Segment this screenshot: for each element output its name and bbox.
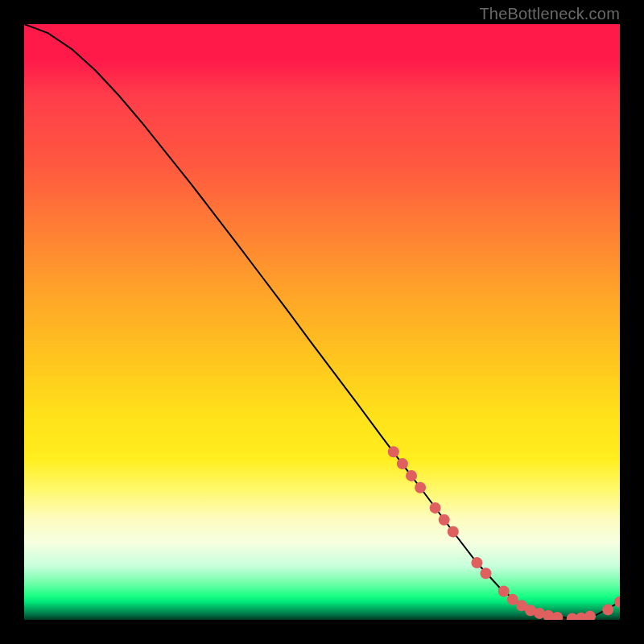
chart-stage: TheBottleneck.com <box>0 0 644 644</box>
data-marker <box>584 611 596 620</box>
data-marker <box>397 458 408 469</box>
data-marker <box>481 568 492 579</box>
chart-svg <box>24 24 620 620</box>
data-marker <box>614 597 620 608</box>
data-marker <box>551 612 563 620</box>
data-marker <box>602 604 613 615</box>
data-marker <box>430 502 441 514</box>
data-marker <box>471 557 482 568</box>
data-marker <box>439 514 450 526</box>
data-marker <box>498 586 510 597</box>
bottleneck-curve <box>24 24 620 619</box>
watermark-text: TheBottleneck.com <box>479 5 620 23</box>
marker-group <box>388 446 620 620</box>
data-marker <box>415 482 426 493</box>
data-marker <box>448 526 459 538</box>
data-marker <box>406 470 417 481</box>
data-marker <box>388 446 399 457</box>
plot-area <box>24 24 620 620</box>
